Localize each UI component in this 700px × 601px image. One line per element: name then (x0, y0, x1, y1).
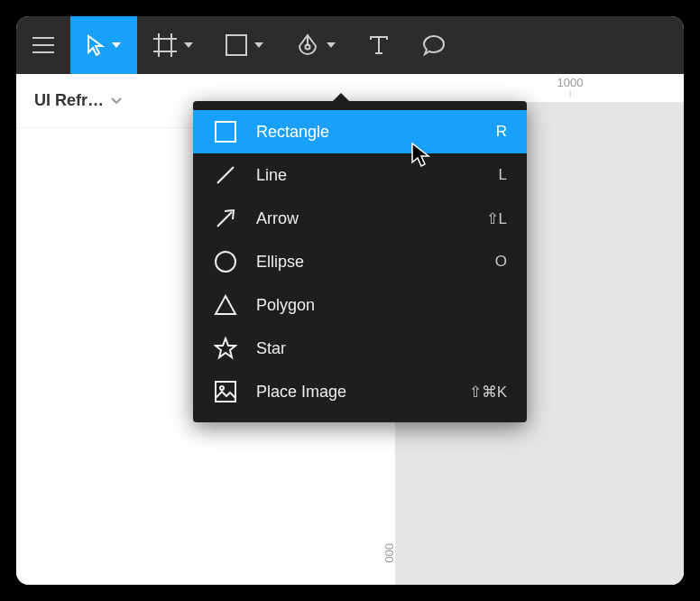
menu-label: Star (256, 339, 493, 358)
shape-tool-button[interactable] (209, 16, 280, 74)
image-icon (209, 380, 242, 403)
chevron-down-icon (112, 42, 121, 48)
menu-label: Line (256, 166, 484, 185)
menu-item-ellipse[interactable]: Ellipse O (193, 240, 527, 283)
ruler-tick: 1000 (557, 76, 584, 97)
chevron-down-icon (327, 42, 336, 48)
layers-panel (16, 128, 193, 585)
menu-label: Ellipse (256, 253, 481, 272)
menu-item-rectangle[interactable]: Rectangle R (193, 110, 527, 153)
toolbar (16, 16, 684, 74)
polygon-icon (209, 293, 242, 317)
comment-tool-button[interactable] (406, 16, 462, 74)
menu-item-place-image[interactable]: Place Image ⇧⌘K (193, 370, 527, 413)
page-name: UI Refr… (34, 91, 104, 110)
svg-line-3 (217, 167, 234, 183)
menu-item-arrow[interactable]: Arrow ⇧L (193, 197, 527, 240)
arrow-icon (209, 207, 242, 230)
menu-item-polygon[interactable]: Polygon (193, 283, 527, 327)
hamburger-icon (32, 37, 54, 53)
menu-label: Polygon (256, 296, 493, 315)
cursor-icon (87, 34, 105, 56)
svg-line-4 (217, 212, 232, 227)
rectangle-icon (226, 34, 247, 56)
menu-shortcut: R (496, 123, 507, 141)
svg-point-5 (216, 252, 235, 272)
menu-item-line[interactable]: Line L (193, 153, 527, 197)
text-tool-button[interactable] (352, 16, 406, 74)
line-icon (209, 163, 242, 187)
svg-rect-2 (216, 122, 235, 142)
svg-rect-6 (216, 382, 235, 402)
ruler-horizontal: 1000 (193, 74, 684, 103)
menu-button[interactable] (16, 16, 70, 74)
menu-shortcut: L (499, 166, 507, 184)
chevron-down-icon (254, 42, 263, 48)
menu-label: Arrow (256, 209, 472, 228)
chevron-down-icon (111, 97, 122, 104)
shape-dropdown-menu: Rectangle R Line L Arrow ⇧L Ellipse O Po… (193, 101, 527, 422)
text-icon (368, 34, 390, 56)
svg-rect-0 (226, 35, 246, 55)
chevron-down-icon (184, 42, 193, 48)
menu-shortcut: O (495, 253, 507, 271)
pen-tool-button[interactable] (280, 16, 352, 74)
ruler-tick: 000 (382, 543, 396, 563)
move-tool-button[interactable] (70, 16, 137, 74)
svg-point-1 (306, 45, 310, 50)
app-window: UI Refr… 1000 -4 000 Rectangle R Line L … (16, 16, 684, 585)
pen-icon (296, 33, 319, 57)
menu-shortcut: ⇧⌘K (469, 383, 507, 402)
comment-icon (422, 33, 446, 57)
menu-item-star[interactable]: Star (193, 327, 527, 370)
page-selector[interactable]: UI Refr… (16, 74, 193, 128)
menu-label: Place Image (256, 383, 455, 402)
svg-point-7 (220, 386, 224, 390)
ellipse-icon (209, 250, 242, 273)
frame-tool-button[interactable] (137, 16, 209, 74)
menu-label: Rectangle (256, 123, 482, 142)
frame-icon (153, 33, 177, 57)
star-icon (209, 337, 242, 360)
rectangle-icon (209, 120, 242, 143)
menu-shortcut: ⇧L (486, 209, 507, 228)
